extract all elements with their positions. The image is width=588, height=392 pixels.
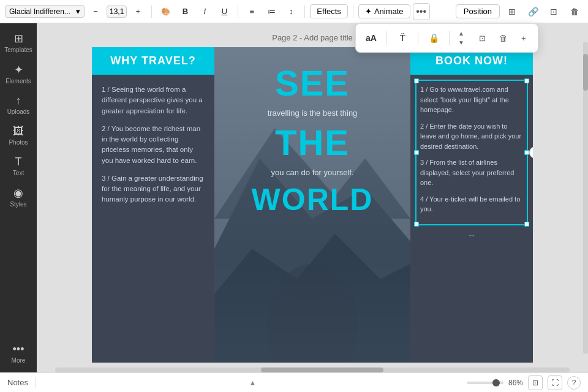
text-icon: T	[15, 156, 22, 168]
separator-4	[353, 6, 353, 18]
bottom-right-controls: 86% ⊡ ⛶ ?	[467, 375, 581, 390]
design-canvas[interactable]: WHY TRAVEL? 1 / Seeing the world from a …	[92, 47, 533, 363]
font-size-decrease-button[interactable]: −	[87, 3, 104, 20]
sidebar-label-more: More	[12, 357, 26, 364]
zoom-slider[interactable]	[467, 382, 503, 384]
elements-icon: ✦	[14, 63, 23, 77]
left-sidebar: ⊞ Templates ✦ Elements ↑ Uploads 🖼 Photo…	[0, 23, 37, 372]
sidebar-item-templates[interactable]: ⊞ Templates	[2, 28, 34, 57]
effects-button[interactable]: Effects	[310, 4, 348, 18]
zoom-slider-thumb[interactable]	[492, 379, 500, 386]
rotate-handle[interactable]: ↻	[529, 146, 533, 159]
page-title: Page 2 - Add page title	[272, 33, 353, 42]
canvas-scroll-thumb-right[interactable]	[583, 54, 588, 91]
left-text-p3: 3 / Gain a greater understanding for the…	[102, 173, 205, 205]
popup-action-buttons: ⊡ 🗑 +	[473, 29, 533, 47]
popup-sep-3	[449, 31, 450, 45]
separator-2	[238, 6, 238, 18]
center-text-the: THE	[275, 125, 350, 160]
center-caption-1: travelling is the best thing	[268, 108, 358, 118]
position-button[interactable]: Position	[456, 4, 500, 18]
fit-page-button[interactable]: ⊡	[528, 375, 543, 390]
photos-icon: 🖼	[13, 125, 24, 138]
font-size-value: 13,1	[110, 7, 124, 16]
popup-delete-button[interactable]: 🗑	[494, 29, 512, 47]
popup-layer-down-button[interactable]: ▼	[454, 39, 468, 47]
center-text-world: WORLD	[252, 184, 374, 215]
grid-view-button[interactable]: ⊞	[503, 3, 521, 20]
bold-button[interactable]: B	[176, 3, 194, 20]
scroll-content-icon: ↔	[467, 230, 476, 240]
more-options-button[interactable]: •••	[413, 3, 430, 20]
delete-top-button[interactable]: 🗑	[566, 3, 583, 20]
toolbar-right-group: Position ⊞ 🔗 ⊡ 🗑	[456, 3, 583, 20]
italic-button[interactable]: I	[196, 3, 213, 20]
sidebar-label-styles: Styles	[10, 201, 26, 208]
font-size-input[interactable]: 13,1	[107, 6, 127, 18]
canvas-scroll-thumb-bottom[interactable]	[261, 368, 383, 372]
sidebar-item-styles[interactable]: ◉ Styles	[2, 183, 34, 211]
right-text-step3: 3 / From the list of airlines displayed,…	[420, 157, 523, 188]
animate-button[interactable]: ✦ Animate	[358, 4, 410, 18]
duplicate-top-button[interactable]: ⊡	[545, 3, 562, 20]
help-button[interactable]: ?	[567, 376, 581, 390]
fullscreen-button[interactable]: ⛶	[548, 375, 562, 390]
right-text-step2: 2 / Enter the date you wish to leave and…	[420, 121, 523, 152]
color-button[interactable]: 🎨	[157, 3, 174, 20]
scroll-up-indicator: ▲	[43, 379, 462, 387]
font-size-increase-button[interactable]: +	[129, 3, 146, 20]
canvas-scrollbar-bottom[interactable]	[55, 368, 570, 372]
center-caption-2: you can do for yourself.	[271, 168, 353, 177]
sidebar-label-text: Text	[13, 170, 24, 176]
spacing-button[interactable]: ↕	[282, 3, 300, 20]
right-text-step1: 1 / Go to www.travel.com and select "boo…	[420, 85, 523, 115]
notes-label: Notes	[7, 378, 28, 387]
font-name-label: Glacial Indifferen...	[9, 7, 74, 16]
popup-layer-up-button[interactable]: ▲	[454, 29, 468, 38]
scroll-icon-container: ↔	[410, 230, 533, 240]
bottom-sep-1	[36, 377, 36, 388]
canvas-area[interactable]: Page 2 - Add page title WHY TRAVEL? 1 / …	[37, 23, 588, 372]
separator-1	[151, 6, 152, 18]
sidebar-label-templates: Templates	[4, 47, 32, 53]
canvas-columns: WHY TRAVEL? 1 / Seeing the world from a …	[92, 47, 533, 363]
uploads-icon: ↑	[16, 94, 21, 107]
center-column[interactable]: SEE travelling is the best thing THE you…	[214, 47, 410, 363]
animate-label: Animate	[374, 7, 404, 16]
list-button[interactable]: ≔	[263, 3, 280, 20]
sidebar-label-photos: Photos	[9, 139, 28, 146]
sidebar-item-more[interactable]: ••• More	[2, 339, 34, 368]
scroll-up-button[interactable]: ▲	[249, 379, 257, 387]
popup-lock-button[interactable]: 🔒	[423, 28, 444, 48]
left-text-p1: 1 / Seeing the world from a different pe…	[102, 85, 205, 116]
left-header-bar: WHY TRAVEL?	[92, 47, 214, 75]
main-toolbar: Glacial Indifferen... ▾ − 13,1 + 🎨 B I U…	[0, 0, 588, 23]
font-dropdown-arrow[interactable]: ▾	[76, 7, 80, 16]
left-column: WHY TRAVEL? 1 / Seeing the world from a …	[92, 47, 214, 363]
main-area: ⊞ Templates ✦ Elements ↑ Uploads 🖼 Photo…	[0, 23, 588, 372]
popup-layer-arrows: ▲ ▼	[454, 29, 468, 47]
sidebar-item-elements[interactable]: ✦ Elements	[2, 59, 34, 88]
sidebar-label-uploads: Uploads	[7, 108, 30, 115]
left-text-p2: 2 / You become the richest man in the wo…	[102, 124, 205, 166]
canvas-scrollbar-right[interactable]	[583, 42, 588, 354]
popup-sep-2	[418, 31, 418, 45]
zoom-controls	[467, 382, 503, 384]
right-body-text: 1 / Go to www.travel.com and select "boo…	[415, 80, 528, 225]
underline-button[interactable]: U	[216, 3, 233, 20]
align-button[interactable]: ≡	[243, 3, 260, 20]
selected-text-box[interactable]: 1 / Go to www.travel.com and select "boo…	[415, 80, 528, 225]
right-text-step4: 4 / Your e-ticket will be emailed to you…	[420, 194, 523, 214]
sidebar-item-uploads[interactable]: ↑ Uploads	[2, 91, 34, 119]
popup-font-style-button[interactable]: T̈	[392, 28, 413, 48]
more-icon: •••	[13, 343, 24, 356]
popup-text-style-button[interactable]: aA	[361, 28, 382, 48]
right-column: BOOK NOW! 1 / Go to www.travel.com	[410, 47, 533, 363]
sidebar-item-text[interactable]: T Text	[2, 152, 34, 180]
font-selector[interactable]: Glacial Indifferen... ▾	[5, 5, 85, 18]
popup-duplicate-button[interactable]: ⊡	[473, 29, 491, 47]
popup-more-button[interactable]: +	[514, 29, 533, 47]
templates-icon: ⊞	[14, 32, 23, 45]
sidebar-item-photos[interactable]: 🖼 Photos	[2, 121, 34, 149]
link-button[interactable]: 🔗	[524, 3, 541, 20]
